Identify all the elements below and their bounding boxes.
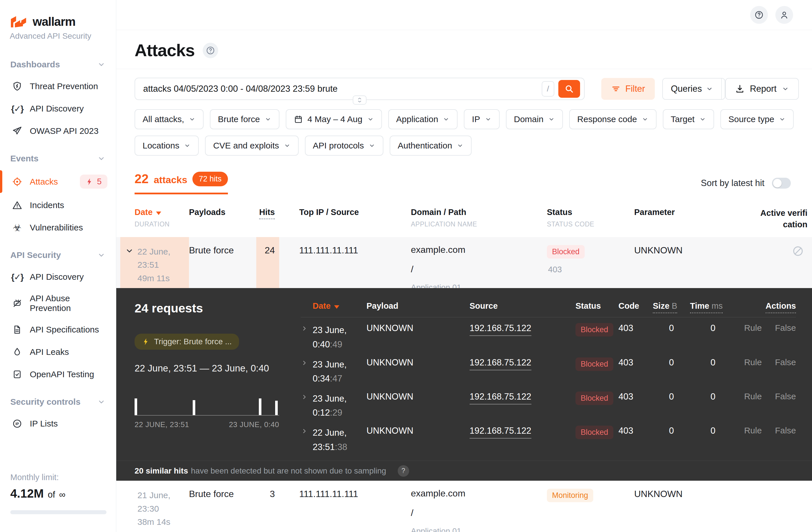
chart-bar	[193, 400, 195, 415]
attack-top-ip[interactable]: 111.111.11.111	[279, 237, 411, 292]
attack-row[interactable]: 22 June, 23:51 49m 11s Brute force 24 11…	[116, 237, 812, 288]
favorite-button[interactable]	[721, 79, 725, 99]
sidebar-section-events[interactable]: Events	[0, 146, 116, 169]
hit-row[interactable]: 23 June, 0:12:29 UNKNOWN 192.168.75.122 …	[301, 386, 796, 420]
hit-row[interactable]: 22 June, 23:51:38 UNKNOWN 192.168.75.122…	[301, 420, 796, 454]
filter-chip-brute-force[interactable]: Brute force	[210, 109, 279, 129]
hit-size: 0	[653, 323, 690, 333]
filter-chip-locations[interactable]: Locations	[134, 136, 199, 156]
hit-status: Blocked	[576, 358, 619, 371]
attack-payload: Brute force	[189, 237, 256, 292]
hit-actions: Rule False	[736, 426, 796, 435]
column-header-date[interactable]: Date DURATION	[120, 208, 189, 235]
hit-time: 0	[690, 426, 736, 436]
hits-column-date[interactable]: Date	[301, 301, 366, 311]
filter-chip-api-protocols[interactable]: API protocols	[305, 136, 383, 156]
search-expander[interactable]	[353, 96, 366, 104]
attack-top-ip[interactable]: 111.111.11.111	[279, 481, 411, 532]
hits-column-status: Status	[576, 301, 619, 311]
filter-chip-4-may-4-aug[interactable]: 4 May – 4 Aug	[286, 109, 382, 129]
axis-label-start: 22 JUNE, 23:51	[134, 420, 189, 429]
page-help-button[interactable]	[203, 43, 218, 58]
chevron-right-icon[interactable]	[301, 393, 308, 401]
brand-subtitle: Advanced API Security	[10, 31, 116, 41]
filter-chip-domain[interactable]: Domain	[506, 109, 563, 129]
monthly-limit-label: Monthly limit:	[10, 473, 106, 482]
sidebar-item-openapi-testing[interactable]: OpenAPI Testing	[0, 363, 116, 386]
hits-column-time[interactable]: Time ms	[690, 301, 736, 311]
sidebar-item-threat-prevention[interactable]: Threat Prevention	[0, 75, 116, 97]
sidebar-item-vulnerabilities[interactable]: ☣ Vulnerabilities	[0, 216, 116, 239]
chevron-down-icon	[642, 116, 649, 123]
filter-chip-application[interactable]: Application	[388, 109, 458, 129]
filter-chip-target[interactable]: Target	[663, 109, 714, 129]
sidebar-item-api-specifications[interactable]: API Specifications	[0, 319, 116, 341]
chart-bar	[134, 398, 137, 415]
hits-column-actions[interactable]: Actions	[736, 301, 796, 311]
chevron-right-icon[interactable]	[301, 428, 308, 435]
sidebar-item-api-discovery[interactable]: {✓} API Discovery	[0, 266, 116, 288]
sidebar-section-security-controls[interactable]: Security controls	[0, 390, 116, 412]
attack-details-panel: 24 requests Trigger: Brute force ... 22 …	[116, 288, 812, 481]
column-header-hits[interactable]: Hits	[256, 208, 279, 224]
hit-date: 23 June, 0:34:47	[313, 358, 347, 386]
calendar-icon	[294, 115, 303, 124]
chevron-down-icon	[97, 60, 106, 69]
search-input[interactable]	[143, 84, 542, 94]
search-button[interactable]	[558, 80, 580, 98]
attacks-tab[interactable]: 22 attacks 72 hits	[134, 172, 228, 194]
checkbox-doc-icon	[12, 369, 23, 380]
sidebar-section-api-security[interactable]: API Security	[0, 243, 116, 266]
filter-icon	[611, 84, 621, 94]
chevron-right-icon[interactable]	[301, 325, 308, 332]
hit-source[interactable]: 192.168.75.122	[469, 323, 576, 333]
attacks-table-header: Date DURATION Payloads Hits Top IP / Sou…	[116, 208, 812, 237]
sidebar-item-attacks[interactable]: Attacks 5	[0, 169, 116, 194]
column-header-payloads: Payloads	[189, 208, 256, 224]
filter-chip-authentication[interactable]: Authentication	[390, 136, 472, 156]
chevron-down-icon[interactable]	[125, 246, 134, 255]
report-button[interactable]: Report	[725, 78, 799, 100]
sidebar-item-api-abuse-prevention[interactable]: API Abuse Prevention	[0, 288, 116, 319]
sidebar-item-ip-lists[interactable]: IP IP Lists	[0, 412, 116, 435]
sidebar-section-dashboards[interactable]: Dashboards	[0, 52, 116, 75]
hit-source[interactable]: 192.168.75.122	[469, 358, 576, 368]
sidebar-item-incidents[interactable]: Incidents	[0, 194, 116, 216]
filter-chip-source-type[interactable]: Source type	[720, 109, 794, 129]
queries-button[interactable]: Queries	[663, 79, 722, 99]
ip-circle-icon: IP	[12, 418, 23, 429]
sidebar-item-owasp-api-2023[interactable]: OWASP API 2023	[0, 120, 116, 142]
sidebar-nav: Dashboards Threat Prevention {✓} API Dis…	[0, 41, 116, 473]
filter-chip-all-attacks[interactable]: All attacks,	[134, 109, 204, 129]
hit-row[interactable]: 23 June, 0:40:49 UNKNOWN 192.168.75.122 …	[301, 317, 796, 351]
help-button[interactable]	[750, 6, 768, 24]
hit-actions: Rule False	[736, 392, 796, 401]
status-badge: Blocked	[576, 392, 613, 405]
hit-source[interactable]: 192.168.75.122	[469, 426, 576, 436]
hit-source[interactable]: 192.168.75.122	[469, 392, 576, 402]
help-icon	[754, 10, 764, 20]
trigger-badge[interactable]: Trigger: Brute force ...	[134, 334, 239, 350]
sampling-help-button[interactable]: ?	[398, 465, 409, 477]
logo[interactable]: wallarm Advanced API Security	[0, 0, 116, 41]
attack-domain-path: example.com / Application 01	[411, 481, 547, 532]
sort-toggle[interactable]	[772, 178, 791, 188]
sort-desc-icon	[156, 212, 161, 215]
hit-row[interactable]: 23 June, 0:34:47 UNKNOWN 192.168.75.122 …	[301, 352, 796, 386]
hits-column-size[interactable]: Size B	[653, 301, 690, 311]
filter-chip-cve-and-exploits[interactable]: CVE and exploits	[205, 136, 298, 156]
sidebar-item-api-leaks[interactable]: API Leaks	[0, 341, 116, 363]
biohazard-icon: ☣	[12, 222, 23, 233]
chevron-right-icon[interactable]	[301, 359, 308, 367]
attack-parameter: UNKNOWN	[634, 481, 733, 532]
chevron-down-icon	[779, 116, 786, 123]
lightning-icon	[86, 178, 93, 186]
attack-row[interactable]: 21 June, 23:30 38m 14s Brute force 3 111…	[116, 481, 812, 532]
filter-chip-response-code[interactable]: Response code	[569, 109, 656, 129]
filter-chip-ip[interactable]: IP	[464, 109, 499, 129]
sidebar-item-api-discovery[interactable]: {✓} API Discovery	[0, 97, 116, 120]
attack-hits: 24	[256, 237, 279, 292]
svg-text:IP: IP	[15, 422, 19, 426]
filter-button[interactable]: Filter	[601, 78, 655, 100]
profile-button[interactable]	[775, 6, 793, 24]
